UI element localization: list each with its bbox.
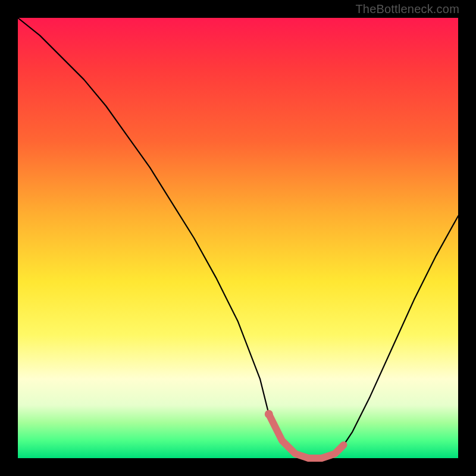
watermark-text: TheBottleneck.com (355, 2, 459, 16)
chart-frame: TheBottleneck.com (0, 0, 476, 476)
highlight-band (269, 414, 344, 458)
bottleneck-curve (18, 18, 458, 458)
plot-area (18, 18, 458, 458)
chart-svg (18, 18, 458, 458)
marker-dot (265, 410, 273, 418)
